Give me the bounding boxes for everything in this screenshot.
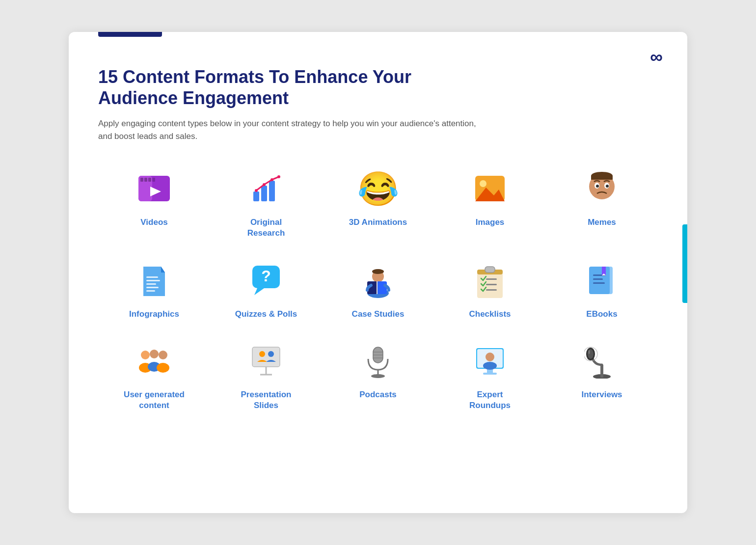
icon-memes bbox=[584, 169, 620, 208]
infinity-icon: ∞ bbox=[650, 47, 663, 67]
svg-point-81 bbox=[588, 350, 590, 354]
svg-rect-4 bbox=[148, 178, 151, 182]
svg-rect-43 bbox=[486, 278, 497, 280]
icon-quizzes-polls: ? bbox=[248, 261, 284, 300]
item-ebooks: EBooks bbox=[546, 249, 658, 329]
svg-point-36 bbox=[372, 269, 384, 274]
svg-point-13 bbox=[277, 175, 280, 178]
icon-interviews bbox=[584, 341, 620, 381]
svg-rect-44 bbox=[486, 284, 497, 285]
item-interviews: Interviews bbox=[546, 329, 658, 421]
label-3d-animations: 3D Animations bbox=[349, 217, 407, 228]
label-ebooks: EBooks bbox=[586, 309, 617, 320]
svg-marker-31 bbox=[254, 288, 264, 295]
icon-3d-animations: 😂 bbox=[357, 169, 399, 208]
label-expert-roundups: Expert Roundups bbox=[469, 389, 511, 411]
svg-rect-45 bbox=[486, 289, 497, 291]
item-expert-roundups: Expert Roundups bbox=[434, 329, 546, 421]
label-case-studies: Case Studies bbox=[352, 309, 405, 320]
icon-case-studies bbox=[360, 261, 396, 300]
svg-point-76 bbox=[483, 362, 497, 370]
item-case-studies: Case Studies bbox=[322, 249, 434, 329]
svg-point-63 bbox=[268, 351, 274, 357]
svg-point-53 bbox=[141, 351, 150, 359]
svg-rect-20 bbox=[591, 176, 613, 180]
svg-rect-78 bbox=[600, 365, 603, 378]
item-presentation: Presentation Slides bbox=[210, 329, 322, 421]
right-bar-decoration bbox=[682, 224, 687, 303]
svg-rect-25 bbox=[146, 276, 158, 278]
svg-rect-50 bbox=[593, 282, 605, 284]
svg-rect-3 bbox=[144, 178, 147, 182]
item-quizzes-polls: ? Quizzes & Polls bbox=[210, 249, 322, 329]
label-podcasts: Podcasts bbox=[359, 389, 397, 400]
page-subtitle: Apply engaging content types below in yo… bbox=[98, 117, 481, 142]
item-checklists: Checklists bbox=[434, 249, 546, 329]
page-header: 15 Content Formats To Enhance Your Audie… bbox=[98, 66, 658, 142]
icon-images bbox=[472, 169, 508, 208]
svg-point-62 bbox=[259, 351, 265, 357]
icon-ebooks bbox=[584, 261, 620, 300]
item-user-generated: User generated content bbox=[98, 329, 210, 421]
svg-rect-29 bbox=[146, 290, 155, 292]
svg-point-58 bbox=[157, 363, 169, 373]
svg-point-15 bbox=[480, 180, 486, 187]
icon-checklists bbox=[472, 261, 508, 300]
label-interviews: Interviews bbox=[581, 389, 622, 400]
label-checklists: Checklists bbox=[469, 309, 511, 320]
main-card: ∞ 15 Content Formats To Enhance Your Aud… bbox=[69, 32, 687, 513]
label-presentation: Presentation Slides bbox=[241, 389, 292, 411]
item-videos: Videos bbox=[98, 157, 210, 248]
svg-rect-28 bbox=[146, 287, 159, 288]
svg-point-11 bbox=[263, 183, 266, 186]
svg-point-10 bbox=[255, 189, 258, 192]
label-quizzes-polls: Quizzes & Polls bbox=[235, 309, 297, 320]
item-podcasts: Podcasts bbox=[322, 329, 434, 421]
svg-rect-74 bbox=[483, 373, 497, 375]
svg-rect-49 bbox=[593, 278, 603, 280]
item-memes: Memes bbox=[546, 157, 658, 248]
svg-rect-2 bbox=[140, 178, 143, 182]
svg-point-23 bbox=[596, 185, 599, 188]
svg-rect-9 bbox=[269, 181, 275, 201]
item-infographics: Infographics bbox=[98, 249, 210, 329]
icon-videos bbox=[136, 169, 172, 208]
item-3d-animations: 😂 3D Animations bbox=[322, 157, 434, 248]
label-images: Images bbox=[476, 217, 505, 228]
icon-presentation bbox=[248, 341, 284, 381]
icon-podcasts bbox=[360, 341, 396, 381]
icon-expert-roundups bbox=[472, 341, 508, 381]
svg-rect-42 bbox=[485, 267, 495, 272]
svg-rect-59 bbox=[252, 347, 280, 367]
svg-rect-47 bbox=[589, 267, 610, 294]
label-original-research: Original Research bbox=[247, 217, 285, 239]
label-user-generated: User generated content bbox=[124, 389, 185, 411]
svg-rect-7 bbox=[253, 191, 259, 201]
svg-text:?: ? bbox=[261, 267, 271, 285]
svg-rect-8 bbox=[261, 186, 267, 201]
item-images: Images bbox=[434, 157, 546, 248]
label-memes: Memes bbox=[588, 217, 616, 228]
svg-rect-27 bbox=[146, 283, 156, 285]
page-title: 15 Content Formats To Enhance Your Audie… bbox=[98, 66, 442, 109]
svg-rect-26 bbox=[146, 280, 160, 281]
icon-original-research bbox=[248, 169, 284, 208]
item-original-research: Original Research bbox=[210, 157, 322, 248]
content-grid: Videos Original Research bbox=[98, 157, 658, 420]
top-bar-decoration bbox=[98, 32, 162, 37]
icon-infographics bbox=[136, 261, 172, 300]
logo: ∞ bbox=[650, 47, 663, 67]
svg-point-57 bbox=[159, 351, 167, 359]
svg-rect-5 bbox=[152, 178, 155, 182]
label-videos: Videos bbox=[140, 217, 167, 228]
svg-point-75 bbox=[486, 353, 494, 361]
svg-point-24 bbox=[606, 185, 609, 188]
svg-point-55 bbox=[150, 350, 159, 358]
icon-user-generated bbox=[136, 341, 172, 381]
svg-point-12 bbox=[270, 178, 273, 181]
label-infographics: Infographics bbox=[129, 309, 179, 320]
svg-rect-38 bbox=[377, 281, 387, 294]
svg-point-70 bbox=[371, 374, 385, 378]
